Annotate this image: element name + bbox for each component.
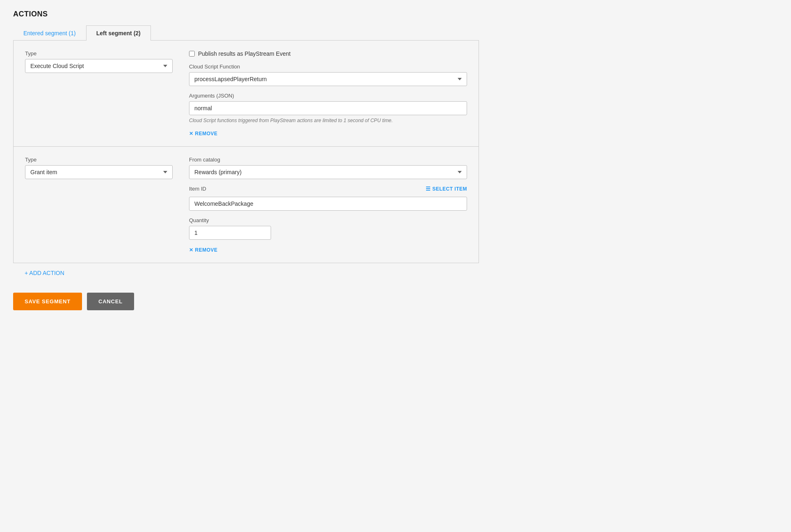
action-block-1: Type Execute Cloud Script Publish result… xyxy=(14,41,479,147)
save-segment-button[interactable]: SAVE SEGMENT xyxy=(13,293,82,310)
from-catalog-group: From catalog Rewards (primary) xyxy=(189,157,467,179)
quantity-label: Quantity xyxy=(189,217,467,223)
action-block-1-row: Type Execute Cloud Script Publish result… xyxy=(25,50,467,136)
publish-label: Publish results as PlayStream Event xyxy=(198,50,291,57)
quantity-group: Quantity xyxy=(189,217,467,240)
remove-x-icon-2: ✕ xyxy=(189,247,194,253)
from-catalog-select[interactable]: Rewards (primary) xyxy=(189,165,467,179)
action-block-2-left: Type Grant item xyxy=(25,157,173,186)
remove-link-1[interactable]: ✕ REMOVE xyxy=(189,131,218,136)
arguments-label: Arguments (JSON) xyxy=(189,93,467,99)
select-item-link[interactable]: ☰ SELECT ITEM xyxy=(426,186,467,192)
type-label-2: Type xyxy=(25,157,173,163)
type-group-1: Type Execute Cloud Script xyxy=(25,50,173,73)
action-block-1-left: Type Execute Cloud Script xyxy=(25,50,173,80)
bottom-buttons: SAVE SEGMENT CANCEL xyxy=(13,293,479,310)
publish-checkbox[interactable] xyxy=(189,51,195,57)
hint-text-1: Cloud Script functions triggered from Pl… xyxy=(189,118,467,123)
quantity-input[interactable] xyxy=(189,226,271,240)
action-block-2-row: Type Grant item From catalog Rewards (pr… xyxy=(25,157,467,253)
list-icon: ☰ xyxy=(426,186,431,192)
add-action-button[interactable]: + ADD ACTION xyxy=(13,263,76,283)
item-id-label: Item ID xyxy=(189,186,206,192)
cloud-script-function-group: Cloud Script Function processLapsedPlaye… xyxy=(189,64,467,86)
cloud-script-function-label: Cloud Script Function xyxy=(189,64,467,70)
page-container: ACTIONS Entered segment (1) Left segment… xyxy=(0,0,492,320)
arguments-input[interactable] xyxy=(189,101,467,115)
cancel-button[interactable]: CANCEL xyxy=(87,293,134,310)
page-title: ACTIONS xyxy=(13,10,479,18)
action-block-1-right: Publish results as PlayStream Event Clou… xyxy=(189,50,467,136)
content-area: Type Execute Cloud Script Publish result… xyxy=(13,41,479,263)
remove-link-2[interactable]: ✕ REMOVE xyxy=(189,247,218,253)
cloud-script-function-select[interactable]: processLapsedPlayerReturn xyxy=(189,72,467,86)
item-id-group: Item ID ☰ SELECT ITEM xyxy=(189,186,467,211)
type-group-2: Type Grant item xyxy=(25,157,173,179)
item-id-header: Item ID ☰ SELECT ITEM xyxy=(189,186,467,192)
tab-entered-segment[interactable]: Entered segment (1) xyxy=(13,25,86,41)
type-select-1[interactable]: Execute Cloud Script xyxy=(25,59,173,73)
arguments-group: Arguments (JSON) Cloud Script functions … xyxy=(189,93,467,123)
publish-checkbox-row: Publish results as PlayStream Event xyxy=(189,50,467,57)
from-catalog-label: From catalog xyxy=(189,157,467,163)
type-select-2[interactable]: Grant item xyxy=(25,165,173,179)
item-id-input[interactable] xyxy=(189,197,467,211)
action-block-2-right: From catalog Rewards (primary) Item ID ☰… xyxy=(189,157,467,253)
tab-left-segment[interactable]: Left segment (2) xyxy=(86,25,151,41)
remove-x-icon-1: ✕ xyxy=(189,131,194,136)
type-label-1: Type xyxy=(25,50,173,57)
tabs-container: Entered segment (1) Left segment (2) xyxy=(13,25,479,41)
action-block-2: Type Grant item From catalog Rewards (pr… xyxy=(14,147,479,263)
